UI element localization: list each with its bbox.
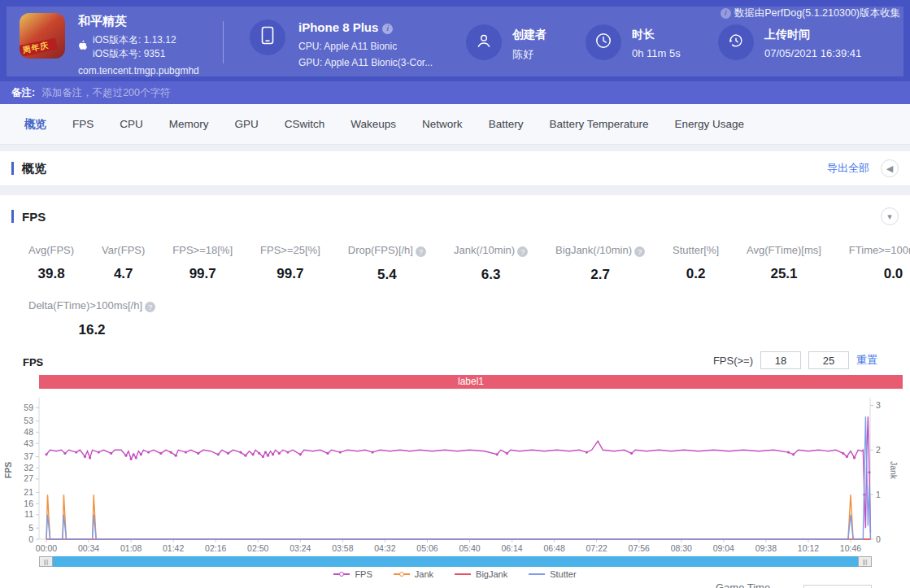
svg-text:05:06: 05:06	[416, 543, 438, 553]
svg-text:09:38: 09:38	[755, 543, 777, 553]
stat-ftime-ge100: FTime>=100ms[%] 0.0	[835, 244, 910, 283]
reset-link[interactable]: 重置	[856, 353, 877, 368]
svg-text:53: 53	[24, 416, 33, 425]
svg-text:10:12: 10:12	[798, 543, 819, 553]
device-info-icon[interactable]: i	[382, 24, 393, 34]
chevron-down-icon: ▾	[887, 211, 892, 222]
svg-text:01:08: 01:08	[120, 543, 142, 553]
svg-text:07:22: 07:22	[586, 543, 607, 553]
upload-icon-circle	[718, 24, 754, 60]
phone-icon	[259, 26, 276, 49]
legend-marker-stutter	[529, 573, 545, 575]
chart-title: FPS	[23, 356, 43, 368]
footer-partial-label: Game Time Level	[716, 581, 795, 588]
upload-info: 上传时间 07/05/2021 16:39:41	[764, 28, 861, 59]
svg-text:02:50: 02:50	[247, 543, 268, 553]
legend-item-stutter[interactable]: Stutter	[529, 569, 576, 579]
memo-placeholder: 添加备注，不超过200个字符	[41, 86, 170, 100]
legend-marker-jank	[394, 573, 410, 575]
fps-chart-svg: 0511162127323743485359012300:0000:3401:0…	[0, 395, 910, 556]
scrollbar-left-handle[interactable]: |||	[39, 556, 53, 567]
duration-label: 时长	[632, 28, 681, 42]
svg-text:FPS: FPS	[3, 462, 13, 478]
svg-text:02:16: 02:16	[205, 543, 226, 553]
creator-label: 创建者	[512, 28, 546, 42]
chart-legend: FPS Jank BigJank Stutter	[0, 569, 910, 579]
svg-text:04:32: 04:32	[374, 543, 395, 553]
svg-text:21: 21	[24, 487, 33, 497]
tab-battery-temperature[interactable]: Battery Temperature	[536, 106, 661, 142]
fps-filter-controls: FPS(>=) 重置	[713, 351, 877, 369]
header-divider	[223, 21, 224, 63]
svg-text:07:56: 07:56	[629, 543, 650, 553]
tab-overview[interactable]: 概览	[11, 105, 59, 144]
memo-input[interactable]: 备注: 添加备注，不超过200个字符	[0, 81, 910, 104]
tab-cswitch[interactable]: CSwitch	[272, 106, 338, 142]
stat-bigjank: BigJank(/10min)? 2.7	[542, 244, 659, 283]
creator-info: 创建者 陈好	[512, 28, 546, 62]
tab-battery[interactable]: Battery	[476, 106, 537, 142]
fps-threshold-high-input[interactable]	[808, 351, 849, 369]
tab-cpu[interactable]: CPU	[107, 106, 156, 142]
fps-filter-label: FPS(>=)	[713, 355, 753, 367]
device-name: iPhone 8 Plus	[298, 20, 378, 34]
svg-text:16: 16	[24, 499, 33, 508]
svg-text:43: 43	[24, 438, 33, 448]
collapse-left-button[interactable]: ◀	[881, 159, 899, 177]
legend-item-jank[interactable]: Jank	[394, 569, 433, 579]
ios-version-name: iOS版本名: 1.13.12	[93, 33, 176, 47]
stat-fps-ge18: FPS>=18[%] 99.7	[159, 244, 246, 283]
tab-wakeups[interactable]: Wakeups	[337, 106, 409, 142]
svg-text:00:34: 00:34	[78, 543, 99, 553]
svg-text:00:00: 00:00	[36, 543, 57, 553]
stat-fps-ge25: FPS>=25[%] 99.7	[246, 244, 334, 283]
overview-section-header: 概览 导出全部 ◀	[0, 151, 910, 186]
chevron-left-icon: ◀	[886, 163, 893, 174]
svg-text:03:58: 03:58	[332, 543, 353, 553]
svg-text:06:14: 06:14	[501, 543, 522, 553]
fps-stats-row: Avg(FPS) 39.8 Var(FPS) 4.7 FPS>=18[%] 99…	[15, 244, 910, 283]
overview-title: 概览	[22, 161, 46, 176]
app-icon: 周年庆	[20, 13, 65, 59]
chart-range-scrollbar[interactable]: ||| |||	[39, 556, 872, 567]
collapse-down-button[interactable]: ▾	[881, 207, 899, 225]
legend-item-fps[interactable]: FPS	[333, 569, 372, 579]
legend-item-bigjank[interactable]: BigJank	[455, 569, 507, 579]
tab-network[interactable]: Network	[409, 106, 476, 142]
fps-threshold-low-input[interactable]	[760, 351, 801, 369]
help-icon[interactable]: ?	[517, 246, 528, 257]
help-icon[interactable]: ?	[634, 246, 645, 257]
svg-text:1: 1	[876, 490, 881, 499]
footer-partial-row: Game Time Level	[716, 581, 910, 588]
svg-text:48: 48	[24, 427, 33, 437]
device-gpu: GPU: Apple A11 Bionic(3-Cor...	[298, 56, 433, 70]
svg-text:5: 5	[28, 523, 33, 533]
tab-fps[interactable]: FPS	[59, 106, 107, 142]
svg-text:3: 3	[876, 400, 881, 410]
chart-annotation-band[interactable]: label1	[39, 375, 903, 389]
duration-info: 时长 0h 11m 5s	[632, 28, 681, 59]
footer-partial-input[interactable]	[803, 585, 872, 588]
svg-text:09:04: 09:04	[713, 543, 734, 553]
help-icon[interactable]: ?	[416, 246, 426, 257]
scrollbar-right-handle[interactable]: |||	[858, 556, 872, 567]
svg-text:32: 32	[24, 463, 33, 473]
section-accent-bar	[11, 162, 14, 175]
duration-icon-circle	[586, 24, 621, 60]
fps-section-header: FPS ▾	[0, 202, 910, 231]
svg-text:05:40: 05:40	[459, 543, 480, 553]
clock-icon	[594, 32, 612, 53]
legend-marker-bigjank	[455, 573, 471, 575]
memo-label: 备注:	[11, 86, 35, 100]
export-all-link[interactable]: 导出全部	[827, 161, 869, 176]
device-icon-circle	[250, 20, 285, 55]
svg-text:06:48: 06:48	[543, 543, 564, 553]
help-icon[interactable]: ?	[145, 302, 155, 312]
tab-energy-usage[interactable]: Energy Usage	[661, 106, 757, 142]
svg-text:01:42: 01:42	[163, 543, 184, 553]
device-info: iPhone 8 Plusi CPU: Apple A11 Bionic GPU…	[298, 20, 433, 70]
tab-memory[interactable]: Memory	[156, 106, 222, 142]
app-icon-banner: 周年庆	[20, 38, 58, 59]
tab-gpu[interactable]: GPU	[222, 106, 272, 142]
app-info: 和平精英 iOS版本名: 1.13.12 iOS版本号: 9351 com.te…	[78, 14, 199, 78]
